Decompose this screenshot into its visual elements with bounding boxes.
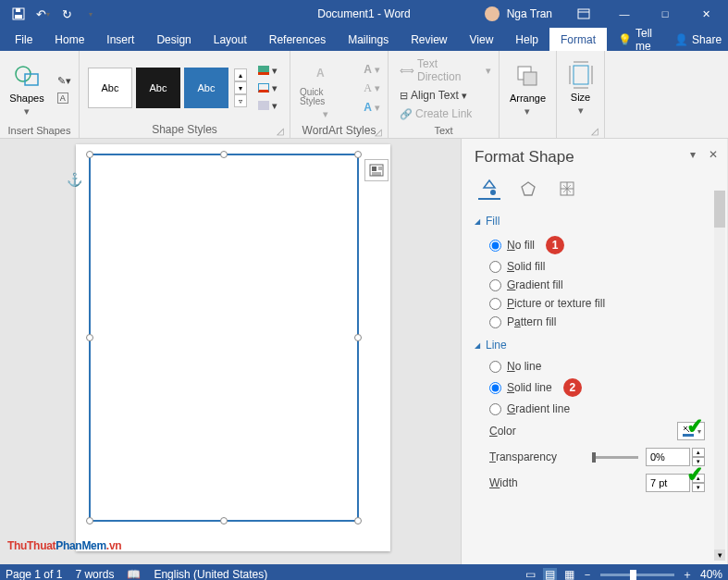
user-avatar[interactable] [485,6,500,21]
edit-shape-button[interactable]: ✎▾ [54,73,75,89]
transparency-slider[interactable] [592,456,638,459]
pane-menu[interactable]: ▾ [690,148,696,161]
resize-handle-e[interactable] [354,334,362,341]
save-button[interactable] [7,3,30,25]
radio-solid-fill[interactable]: Solid fill [475,257,705,276]
tab-file[interactable]: File [4,28,43,51]
status-words[interactable]: 7 words [75,568,114,580]
status-proofing[interactable]: 📖 [127,568,141,580]
status-page[interactable]: Page 1 of 1 [6,568,62,580]
shape-style-2[interactable]: Abc [136,68,180,108]
tell-me[interactable]: 💡Tell me [607,28,663,51]
radio-no-fill[interactable]: No fill1 [475,233,705,257]
tab-help[interactable]: Help [504,28,549,51]
width-input[interactable] [646,474,690,492]
resize-handle-nw[interactable] [86,151,93,158]
radio-solid-line[interactable]: Solid line2 [475,376,705,400]
ribbon-display-button[interactable] [565,0,602,28]
zoom-out[interactable]: － [582,567,593,581]
svg-rect-9 [574,66,588,84]
callout-1: 1 [546,236,564,254]
tab-mailings[interactable]: Mailings [337,28,400,51]
style-gallery-nav[interactable]: ▴▾▿ [234,68,247,107]
resize-handle-sw[interactable] [86,517,93,524]
page: ⚓ [76,144,390,551]
document-canvas[interactable]: ⚓ [0,139,461,564]
undo-button[interactable]: ↶▾ [31,3,54,25]
width-label: Width [489,476,518,489]
shape-styles-launcher[interactable]: ◿ [277,126,284,136]
pane-tab-effects[interactable] [517,178,539,200]
radio-picture-fill[interactable]: Picture or texture fill [475,294,705,313]
section-line[interactable]: Line [475,339,705,352]
quick-styles-button[interactable]: A Quick Styles▾ [294,53,356,124]
align-text-button[interactable]: ⊟ Align Text ▾ [396,87,471,104]
text-box-button[interactable]: A [54,91,75,105]
tab-review[interactable]: Review [400,28,458,51]
layout-options-button[interactable] [364,159,389,181]
resize-handle-w[interactable] [86,334,93,341]
radio-gradient-fill[interactable]: Gradient fill [475,276,705,294]
text-effects-button: A▾ [360,99,384,116]
ribbon-tabs: File Home Insert Design Layout Reference… [0,28,728,51]
close-button[interactable]: ✕ [687,0,724,28]
group-size: Size◿ [561,123,600,138]
svg-text:A: A [316,67,325,80]
tab-home[interactable]: Home [43,28,95,51]
pane-close[interactable]: ✕ [709,148,718,161]
size-menu[interactable]: Size▾ [561,56,600,120]
tab-view[interactable]: View [459,28,505,51]
pane-tab-layout[interactable] [556,178,578,200]
status-lang[interactable]: English (United States) [154,568,267,580]
svg-rect-3 [578,9,589,19]
wordart-launcher[interactable]: ◿ [375,127,382,137]
quick-access-toolbar: ↶▾ ↻ ▾ [0,3,102,25]
size-launcher[interactable]: ◿ [591,126,598,136]
selected-rectangle-shape[interactable] [89,154,359,522]
transparency-input[interactable] [646,448,690,466]
customize-qat[interactable]: ▾ [80,3,102,25]
tab-design[interactable]: Design [145,28,202,51]
maximize-button[interactable]: □ [647,0,684,28]
section-fill[interactable]: Fill [475,215,705,228]
redo-button[interactable]: ↻ [56,3,78,25]
shape-outline-button[interactable]: ▾ [254,80,281,96]
zoom-in[interactable]: ＋ [682,567,693,581]
shape-effects-button[interactable]: ▾ [254,98,281,114]
shape-style-1[interactable]: Abc [88,68,132,108]
radio-gradient-line[interactable]: Gradient line [475,400,705,418]
resize-handle-s[interactable] [220,517,228,524]
group-text: Text [392,125,495,138]
share-button[interactable]: 👤Share [663,28,728,51]
text-fill-button: A▾ [360,61,384,78]
resize-handle-n[interactable] [220,151,228,158]
transparency-up[interactable]: ▴ [692,448,705,457]
shapes-menu[interactable]: Shapes▾ [4,57,49,121]
pane-title: Format Shape [475,148,718,167]
tab-references[interactable]: References [258,28,337,51]
user-name[interactable]: Nga Tran [507,7,552,20]
radio-no-line[interactable]: No line [475,357,705,376]
resize-handle-se[interactable] [354,517,362,524]
resize-handle-ne[interactable] [354,151,362,158]
view-print-layout[interactable]: ▤ [543,568,557,580]
minimize-button[interactable]: ― [606,0,643,28]
tab-insert[interactable]: Insert [95,28,145,51]
zoom-value[interactable]: 40% [700,568,722,580]
ribbon: Shapes▾ ✎▾ A Insert Shapes Abc Abc Abc ▴… [0,51,728,139]
pane-scrollbar[interactable]: ▴▾ [714,191,725,561]
view-read-mode[interactable]: ▭ [525,568,536,580]
shape-fill-button[interactable]: ▾ [254,63,281,79]
svg-marker-13 [522,182,535,195]
pane-tab-fill-line[interactable] [478,178,500,200]
shape-style-3[interactable]: Abc [184,68,228,108]
check-overlay-width: ✔ [685,462,704,487]
tab-format[interactable]: Format [549,28,607,51]
arrange-menu[interactable]: Arrange▾ [504,57,551,121]
callout-2: 2 [563,378,582,397]
group-wordart: WordArt Styles◿ [294,124,384,139]
radio-pattern-fill[interactable]: Pattern fill [475,313,705,331]
zoom-slider[interactable] [600,574,674,576]
view-web-layout[interactable]: ▦ [564,568,574,580]
tab-layout[interactable]: Layout [203,28,258,51]
